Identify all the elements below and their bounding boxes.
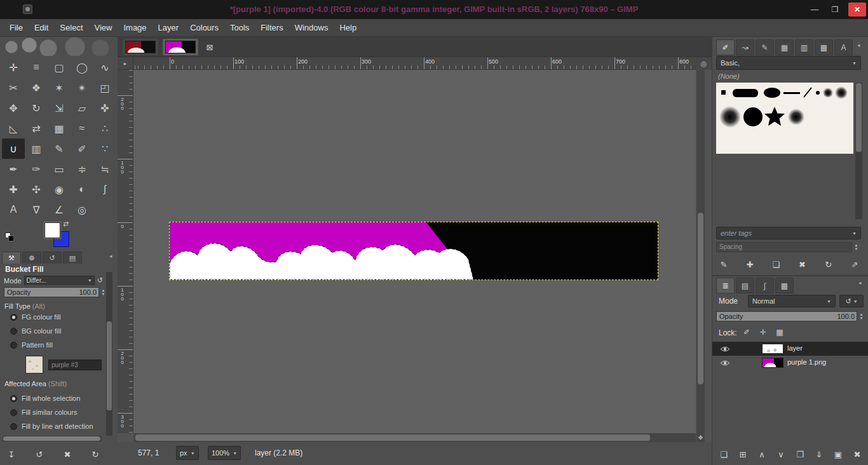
menu-tools[interactable]: Tools (224, 20, 255, 35)
maximize-button[interactable]: ❐ (826, 3, 844, 17)
flip-tool[interactable]: ⇄ (25, 118, 48, 138)
menu-help[interactable]: Help (334, 20, 362, 35)
heal-tool[interactable]: ✚ (2, 179, 25, 199)
select-by-colour-tool[interactable]: ✴ (71, 78, 93, 98)
lower-layer-button[interactable]: ∨ (773, 447, 789, 461)
crop-tool[interactable]: ◰ (93, 78, 116, 98)
image-tab-2[interactable] (163, 39, 198, 55)
delete-tool-preset-button[interactable]: ✖ (60, 447, 75, 461)
brush-list-scrollbar[interactable] (855, 83, 862, 219)
canvas-vscrollbar[interactable] (696, 70, 705, 433)
raise-layer-button[interactable]: ∧ (754, 447, 770, 461)
tab-layers[interactable]: ≣ (716, 278, 735, 293)
dock-divider[interactable] (712, 275, 868, 276)
opacity-spinner[interactable]: ▲▼ (100, 287, 106, 297)
scroll-thumb[interactable] (135, 435, 650, 441)
tab-channels[interactable]: ▤ (736, 278, 754, 293)
new-layer-group-button[interactable]: ⊞ (735, 447, 750, 461)
warp-transform-tool[interactable]: ≈ (71, 118, 93, 138)
menu-windows[interactable]: Windows (289, 20, 334, 35)
left-dock-menu-icon[interactable]: ◂ (109, 253, 112, 259)
tab-patterns[interactable]: ▦ (775, 39, 794, 55)
perspective-tool[interactable]: ◺ (2, 118, 25, 138)
fill-type-pattern[interactable]: Pattern fill (10, 339, 53, 351)
mode-reset-icon[interactable]: ↺ (97, 276, 103, 285)
smudge-tool[interactable]: ✣ (25, 179, 48, 199)
scroll-thumb[interactable] (856, 83, 862, 152)
cage-transform-tool[interactable]: ▦ (48, 118, 71, 138)
lock-position-button[interactable]: ✛ (757, 326, 770, 339)
tab-tool-options[interactable]: ⚒ (2, 252, 21, 264)
delete-layer-button[interactable]: ✖ (850, 447, 865, 461)
free-select-tool[interactable]: ∿ (93, 57, 116, 78)
merge-down-button[interactable]: ⇓ (811, 447, 827, 461)
lock-pixels-button[interactable]: ✐ (740, 326, 753, 339)
fuzzy-select-tool[interactable]: ✶ (48, 78, 71, 98)
zoom-combo[interactable]: 100%▼ (208, 446, 241, 460)
vertical-ruler[interactable]: 2001000100200300 (118, 70, 133, 433)
open-brush-as-image-button[interactable]: ⇗ (847, 257, 862, 271)
gradient-tool[interactable]: ▥ (25, 138, 48, 159)
fill-type-fg[interactable]: FG colour fill (10, 311, 61, 323)
unified-transform-tool[interactable]: ✥ (2, 98, 25, 118)
ellipse-select-tool[interactable]: ◯ (71, 57, 93, 78)
brush-filter-combo[interactable]: Basic,▼ (716, 56, 861, 70)
canvas-image[interactable] (170, 222, 658, 280)
close-button[interactable]: ✕ (848, 3, 866, 17)
scissors-select-tool[interactable]: ✂ (2, 78, 25, 98)
menu-layer[interactable]: Layer (153, 20, 185, 35)
menu-edit[interactable]: Edit (29, 20, 54, 35)
new-layer-button[interactable]: ❏ (716, 447, 731, 461)
tab-fonts[interactable]: A (834, 39, 853, 55)
brush-grid[interactable] (716, 83, 853, 154)
move-tool[interactable]: ✛ (2, 57, 25, 78)
menu-image[interactable]: Image (118, 20, 152, 35)
rectangle-select-tool[interactable]: ▢ (48, 57, 71, 78)
restore-tool-preset-button[interactable]: ↺ (32, 447, 47, 461)
duplicate-brush-button[interactable]: ❏ (768, 257, 783, 271)
n-point-deformation-tool[interactable]: ∴ (93, 118, 116, 138)
foreground-select-tool[interactable]: ❖ (25, 78, 48, 98)
save-tool-preset-button[interactable]: ↧ (4, 447, 19, 461)
affected-line-art[interactable]: Fill by line art detection (10, 421, 93, 432)
menu-filters[interactable]: Filters (255, 20, 288, 35)
default-colours-icon[interactable] (5, 232, 14, 241)
affected-whole-selection[interactable]: Fill whole selection (10, 393, 80, 404)
brush-tags-field[interactable]: enter tags▼ (716, 227, 861, 239)
layers-dock-menu-icon[interactable]: ◂ (858, 280, 862, 286)
zoom-follow-window-icon[interactable]: ◎ (696, 57, 712, 70)
canvas-hscrollbar[interactable] (133, 433, 696, 442)
unit-combo[interactable]: px▼ (176, 446, 199, 460)
bucket-fill-tool[interactable]: ∪ (2, 138, 25, 159)
menu-colours[interactable]: Colours (184, 20, 224, 35)
horizontal-ruler[interactable]: 0100200300400500600700800 (133, 57, 696, 70)
spacing-spinner[interactable]: ▲▼ (853, 242, 859, 252)
alignment-tool[interactable]: ≡ (25, 57, 48, 78)
menu-file[interactable]: File (4, 20, 29, 35)
shear-tool[interactable]: ▱ (71, 98, 93, 118)
scale-tool[interactable]: ⇲ (48, 98, 71, 118)
blur-sharpen-tool[interactable]: ◉ (48, 179, 71, 199)
ink-tool[interactable]: ✒ (2, 159, 25, 179)
pattern-name-field[interactable]: purple #3 (48, 360, 102, 370)
minimize-button[interactable]: — (806, 3, 824, 17)
paintbrush-tool[interactable]: ✐ (71, 138, 93, 159)
layer-row-1[interactable]: layer (712, 342, 868, 356)
navigation-button[interactable]: ✥ (696, 433, 705, 442)
perspective-clone-tool[interactable]: ≒ (93, 159, 116, 179)
swap-colours-icon[interactable]: ⇄ (63, 220, 69, 228)
mode-combo[interactable]: Differ... ▼ (24, 276, 95, 285)
tab-device-status[interactable]: ☸ (22, 252, 41, 264)
colour-picker-tool[interactable]: ∇ (25, 199, 48, 220)
tool-opacity-slider[interactable]: Opacity 100.0 (4, 287, 99, 297)
new-brush-button[interactable]: ✚ (742, 257, 757, 271)
tab-colormap[interactable]: ▩ (775, 278, 794, 293)
brush-spacing-slider[interactable]: Spacing (716, 242, 852, 252)
tab-palettes[interactable]: ▩ (815, 39, 833, 55)
tab-paths[interactable]: ∫ (756, 278, 774, 293)
pattern-swatch[interactable] (25, 356, 43, 374)
lock-alpha-button[interactable]: ▦ (773, 326, 786, 339)
brushes-dock-menu-icon[interactable]: ◂ (857, 42, 860, 48)
menu-select[interactable]: Select (54, 20, 88, 35)
duplicate-layer-button[interactable]: ❐ (792, 447, 808, 461)
